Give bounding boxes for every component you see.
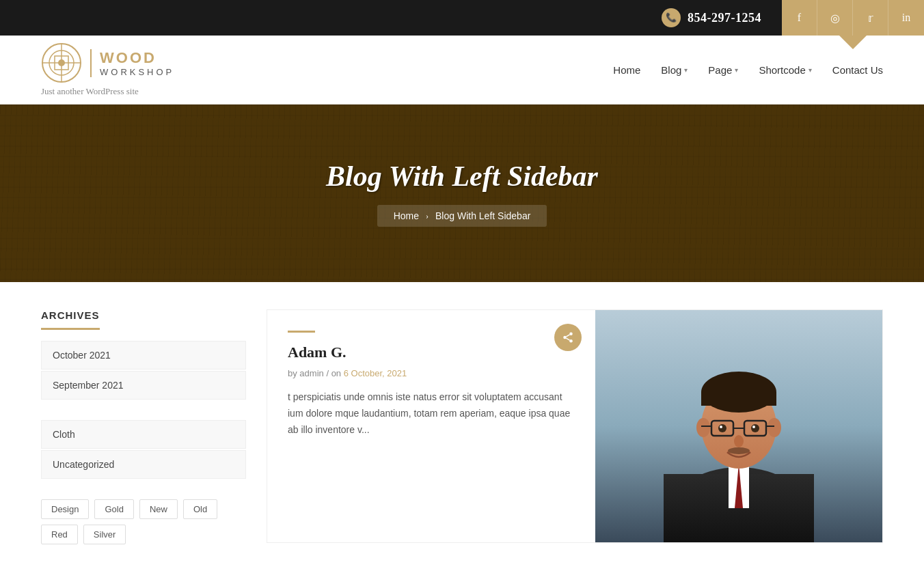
post-body: Adam G. by admin / on 6 October, 2021 t … xyxy=(267,310,595,542)
svg-line-9 xyxy=(566,338,569,340)
breadcrumb-home[interactable]: Home xyxy=(394,210,419,221)
svg-point-30 xyxy=(752,426,755,428)
content-area: Adam G. by admin / on 6 October, 2021 t … xyxy=(267,309,883,565)
svg-point-21 xyxy=(767,418,781,437)
svg-point-5 xyxy=(58,59,65,66)
chevron-down-icon: ▾ xyxy=(809,66,812,74)
meta-by: by xyxy=(288,368,297,378)
category-item[interactable]: Cloth xyxy=(41,420,246,449)
header: WOOD WORKSHOP Just another WordPress sit… xyxy=(0,36,924,105)
svg-point-31 xyxy=(734,435,744,447)
tagline: Just another WordPress site xyxy=(41,86,174,97)
breadcrumb-separator: › xyxy=(426,211,429,221)
tags-section: Design Gold New Old Red Silver xyxy=(41,499,246,544)
logo-text: WOOD WORKSHOP xyxy=(90,49,174,77)
meta-on: / on xyxy=(326,368,341,378)
hero-section: Blog With Left Sidebar Home › Blog With … xyxy=(0,105,924,282)
tag-old[interactable]: Old xyxy=(183,499,217,519)
phone-area: 📞 854-297-1254 xyxy=(641,8,782,27)
sidebar: ARCHIVES October 2021 September 2021 Clo… xyxy=(41,309,246,565)
share-button[interactable] xyxy=(554,324,582,351)
logo-area: WOOD WORKSHOP Just another WordPress sit… xyxy=(41,42,174,97)
page-title: Blog With Left Sidebar xyxy=(326,160,598,193)
breadcrumb-current: Blog With Left Sidebar xyxy=(435,210,530,221)
tags-area: Design Gold New Old Red Silver xyxy=(41,499,246,544)
svg-point-6 xyxy=(569,333,573,336)
svg-point-20 xyxy=(696,418,710,437)
svg-rect-19 xyxy=(701,392,776,406)
nav-shortcode[interactable]: Shortcode ▾ xyxy=(759,64,811,76)
portrait-placeholder xyxy=(595,310,882,542)
logo-icon xyxy=(41,42,82,83)
post-meta: by admin / on 6 October, 2021 xyxy=(288,368,575,378)
svg-point-32 xyxy=(728,447,750,454)
post-excerpt: t perspiciatis unde omnis iste natus err… xyxy=(288,389,575,438)
meta-author[interactable]: admin xyxy=(299,368,323,378)
archive-list: October 2021 September 2021 xyxy=(41,341,246,400)
logo-wood-label: WOOD xyxy=(100,49,174,67)
tag-red[interactable]: Red xyxy=(41,525,78,544)
facebook-icon[interactable]: f xyxy=(782,0,817,36)
svg-point-29 xyxy=(720,426,722,428)
svg-point-28 xyxy=(751,424,759,432)
instagram-icon[interactable]: ◎ xyxy=(817,0,853,36)
archives-title: ARCHIVES xyxy=(41,309,100,330)
twitter-icon[interactable]: 𝕣 xyxy=(853,0,888,36)
phone-icon: 📞 xyxy=(662,8,681,27)
social-bar: f ◎ 𝕣 in xyxy=(782,0,924,36)
tag-new[interactable]: New xyxy=(139,499,178,519)
post-card: Adam G. by admin / on 6 October, 2021 t … xyxy=(267,309,883,543)
tag-design[interactable]: Design xyxy=(41,499,89,519)
chevron-down-icon: ▾ xyxy=(684,66,688,74)
phone-number: 854-297-1254 xyxy=(688,11,761,25)
chevron-down-icon: ▾ xyxy=(735,66,738,74)
main-layout: ARCHIVES October 2021 September 2021 Clo… xyxy=(0,282,924,571)
post-title: Adam G. xyxy=(288,344,575,361)
tag-silver[interactable]: Silver xyxy=(83,525,126,544)
category-item[interactable]: Uncategorized xyxy=(41,450,246,479)
logo-workshop-label: WORKSHOP xyxy=(100,67,174,77)
linkedin-icon[interactable]: in xyxy=(888,0,924,36)
categories-section: Cloth Uncategorized xyxy=(41,420,246,479)
top-bar: 📞 854-297-1254 f ◎ 𝕣 in xyxy=(0,0,924,36)
nav-contact-us[interactable]: Contact Us xyxy=(832,64,883,76)
main-nav: Home Blog ▾ Page ▾ Shortcode ▾ Contact U… xyxy=(613,64,883,76)
archive-item[interactable]: October 2021 xyxy=(41,341,246,370)
nav-page[interactable]: Page ▾ xyxy=(708,64,738,76)
meta-date[interactable]: 6 October, 2021 xyxy=(344,368,407,378)
svg-line-10 xyxy=(566,335,569,337)
nav-blog[interactable]: Blog ▾ xyxy=(661,64,688,76)
svg-point-7 xyxy=(563,336,567,339)
breadcrumb: Home › Blog With Left Sidebar xyxy=(377,205,547,227)
post-image xyxy=(595,310,882,542)
hero-background xyxy=(0,105,924,282)
archive-item[interactable]: September 2021 xyxy=(41,371,246,400)
svg-point-8 xyxy=(569,339,573,343)
svg-point-27 xyxy=(718,424,726,432)
nav-home[interactable]: Home xyxy=(613,64,640,76)
archives-section: ARCHIVES October 2021 September 2021 xyxy=(41,309,246,400)
category-list: Cloth Uncategorized xyxy=(41,420,246,479)
post-accent-bar xyxy=(288,331,315,333)
tag-gold[interactable]: Gold xyxy=(94,499,133,519)
